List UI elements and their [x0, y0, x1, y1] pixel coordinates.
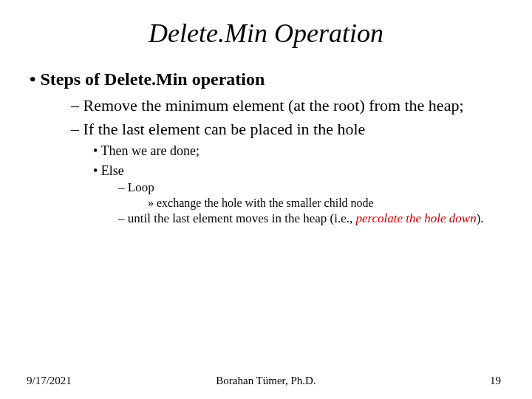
percolate-text: percolate the hole down: [356, 211, 477, 225]
bullet-level2-if: If the last element can be placed in the…: [71, 119, 532, 140]
bullet-level5-exchange: exchange the hole with the smaller child…: [148, 197, 532, 210]
bullet-level3-then: Then we are done;: [93, 143, 532, 159]
until-text-post: ).: [477, 211, 484, 225]
bullet-level3-else: Else: [93, 163, 532, 179]
slide-title: Delete.Min Operation: [0, 18, 532, 49]
footer-page-number: 19: [490, 375, 501, 387]
until-text-pre: until the last element moves in the heap…: [128, 211, 356, 225]
bullet-level4-until: until the last element moves in the heap…: [118, 211, 532, 226]
footer-date: 9/17/2021: [27, 375, 72, 387]
footer-author: Borahan Tümer, Ph.D.: [216, 375, 316, 386]
bullet-level4-loop: Loop: [118, 180, 532, 195]
bullet-level2-remove: Remove the minimum element (at the root)…: [71, 95, 532, 116]
bullet-level1: Steps of Delete.Min operation: [30, 69, 532, 89]
slide-footer: 9/17/2021 Borahan Tümer, Ph.D. 19: [0, 375, 532, 387]
